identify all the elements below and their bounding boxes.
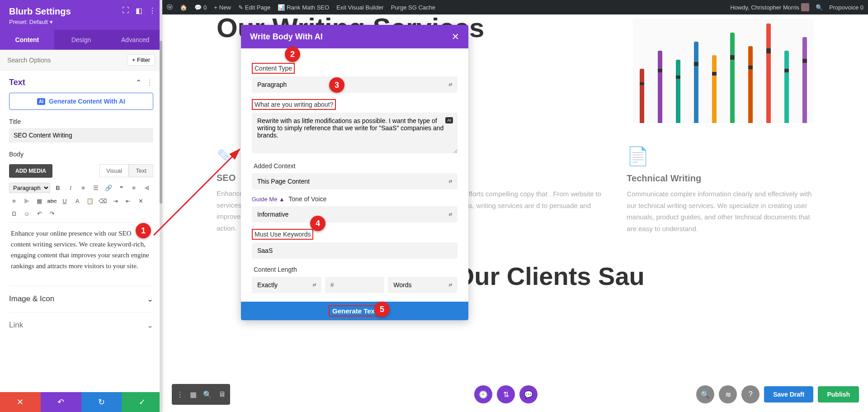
search-admin-icon[interactable]: 🔍 — [816, 4, 823, 11]
wp-logo-icon[interactable]: ⓦ — [167, 3, 173, 11]
emoji-icon[interactable]: ☺ — [22, 208, 32, 218]
site-icon[interactable]: 🏠 — [180, 4, 187, 11]
new-item[interactable]: + New — [214, 4, 231, 11]
wp-admin-bar: ⓦ 🏠 💬 0 + New ✎ Edit Page 📊 Rank Math SE… — [162, 0, 868, 14]
body-label: Body — [9, 151, 153, 158]
align-left-icon[interactable]: ⫷ — [142, 183, 151, 193]
length-mode-select[interactable]: Exactly — [252, 277, 321, 293]
generate-content-button[interactable]: AI Generate Content With AI — [9, 93, 153, 110]
special-char-icon[interactable]: Ω — [9, 208, 19, 218]
ol-icon[interactable]: ☰ — [91, 183, 101, 193]
length-label: Content Length — [252, 265, 299, 274]
redo-button[interactable]: ↻ — [81, 392, 122, 412]
modal-body: Content Type Paragraph What are you writ… — [241, 48, 468, 302]
chat-icon[interactable]: 💬 — [519, 385, 538, 403]
textcolor-icon[interactable]: A — [72, 196, 82, 206]
document-icon: 📄 — [627, 146, 814, 167]
undo-icon[interactable]: ↶ — [34, 208, 44, 218]
italic-icon[interactable]: I — [66, 183, 75, 193]
wireframe-icon[interactable]: ▦ — [190, 390, 197, 399]
save-draft-button[interactable]: Save Draft — [764, 386, 813, 403]
layers-icon[interactable]: ≋ — [719, 385, 737, 403]
swap-icon[interactable]: ⇅ — [497, 385, 515, 403]
keywords-input[interactable] — [252, 242, 458, 259]
cancel-button[interactable]: ✕ — [0, 392, 41, 412]
editor-tab-visual[interactable]: Visual — [99, 164, 129, 177]
ul-icon[interactable]: ≡ — [78, 183, 88, 193]
fullscreen-icon[interactable]: ✕ — [136, 196, 146, 206]
tone-select[interactable]: Informative — [252, 206, 458, 223]
panel-icon[interactable]: ◧ — [136, 6, 142, 15]
writing-about-textarea[interactable]: Rewrite with as little modifications as … — [252, 113, 458, 153]
paste-icon[interactable]: 📋 — [85, 196, 95, 206]
callout-4: 4 — [310, 216, 326, 231]
expand-icon[interactable]: ⛶ — [122, 6, 129, 15]
length-number-input[interactable] — [325, 277, 385, 293]
search-page-icon[interactable]: 🔍 — [696, 385, 714, 403]
guide-me-toggle[interactable]: Guide Me ▲ — [252, 196, 285, 203]
exit-vb-item[interactable]: Exit Visual Builder — [336, 4, 384, 11]
table-icon[interactable]: ▦ — [34, 196, 44, 206]
filter-button[interactable]: + Filter — [127, 54, 155, 66]
length-unit-select[interactable]: Words — [388, 277, 458, 293]
outdent-icon[interactable]: ⇤ — [123, 196, 133, 206]
clear-icon[interactable]: ⌫ — [98, 196, 108, 206]
publish-button[interactable]: Publish — [818, 386, 859, 403]
text-section-title: Text — [9, 78, 25, 87]
content-type-select[interactable]: Paragraph — [252, 76, 458, 93]
generate-text-button[interactable]: Generate Text — [241, 302, 468, 320]
comments-item[interactable]: 💬 0 — [194, 4, 207, 11]
redo-icon[interactable]: ↷ — [47, 208, 57, 218]
sidebar-footer: ✕ ↶ ↻ ✓ — [0, 392, 162, 412]
link-section[interactable]: Link ⌄ — [9, 312, 153, 332]
align-icon[interactable]: ≡ — [129, 183, 139, 193]
body-editor[interactable]: Enhance your online presence with our SE… — [9, 223, 153, 286]
history-icon[interactable]: 🕘 — [474, 385, 492, 403]
align-center-icon[interactable]: ≡ — [9, 196, 19, 206]
underline-icon[interactable]: U — [60, 196, 70, 206]
chevron-down-icon: ⌄ — [147, 294, 153, 304]
help-icon[interactable]: ? — [741, 385, 760, 403]
image-icon-section[interactable]: Image & Icon ⌄ — [9, 286, 153, 312]
chevron-down-icon: ⌄ — [147, 321, 153, 330]
ai-badge-icon[interactable]: AI — [445, 117, 453, 123]
tab-advanced[interactable]: Advanced — [108, 30, 162, 50]
editor-tab-text[interactable]: Text — [129, 164, 153, 177]
bottom-toolbar: ⋮ ▦ 🔍 🖥 🕘 ⇅ 💬 🔍 ≋ ? Save Draft Publish — [172, 384, 859, 405]
text-section-header[interactable]: Text ⌃⋮ — [9, 78, 153, 87]
propovoice-item[interactable]: Propovoice 0 — [829, 4, 863, 11]
search-input[interactable] — [7, 57, 123, 64]
indent-icon[interactable]: ⇥ — [110, 196, 120, 206]
link-icon[interactable]: 🔗 — [104, 183, 113, 193]
callout-5: 5 — [374, 302, 390, 317]
align-right-icon[interactable]: ⫸ — [22, 196, 32, 206]
quote-icon[interactable]: ❝ — [116, 183, 126, 193]
confirm-button[interactable]: ✓ — [122, 392, 162, 412]
purge-cache-item[interactable]: Purge SG Cache — [391, 4, 435, 11]
editor-toolbar: Paragraph B I ≡ ☰ 🔗 ❝ ≡ ⫷ ≡ ⫸ ▦ abc U A … — [9, 179, 153, 223]
tab-design[interactable]: Design — [54, 30, 108, 50]
add-media-button[interactable]: ADD MEDIA — [9, 164, 52, 178]
preset-dropdown[interactable]: Preset: Default ▾ — [9, 19, 153, 25]
modal-title: Write Body With AI — [250, 32, 323, 42]
edit-page-item[interactable]: ✎ Edit Page — [238, 4, 270, 11]
bold-icon[interactable]: B — [53, 183, 63, 193]
zoom-icon[interactable]: 🔍 — [203, 390, 212, 399]
sidebar-scrollbar[interactable] — [160, 0, 162, 412]
close-icon[interactable]: ✕ — [452, 31, 459, 42]
howdy-user[interactable]: Howdy, Christopher Morris — [730, 3, 809, 11]
title-input[interactable] — [9, 128, 153, 142]
desktop-icon[interactable]: 🖥 — [218, 390, 226, 398]
title-label: Title — [9, 118, 153, 125]
more-icon[interactable]: ⋮ — [149, 6, 156, 15]
language-label: Language — [252, 299, 283, 302]
strikethrough-icon[interactable]: abc — [47, 196, 57, 206]
chevron-up-icon[interactable]: ⌃ — [136, 78, 142, 87]
tab-content[interactable]: Content — [0, 30, 54, 50]
more-tools-icon[interactable]: ⋮ — [176, 390, 184, 399]
paragraph-select[interactable]: Paragraph — [9, 183, 50, 193]
rank-math-item[interactable]: 📊 Rank Math SEO — [278, 4, 329, 11]
undo-button[interactable]: ↶ — [41, 392, 81, 412]
added-context-select[interactable]: This Page Content — [252, 173, 458, 189]
section-more-icon[interactable]: ⋮ — [146, 78, 153, 87]
